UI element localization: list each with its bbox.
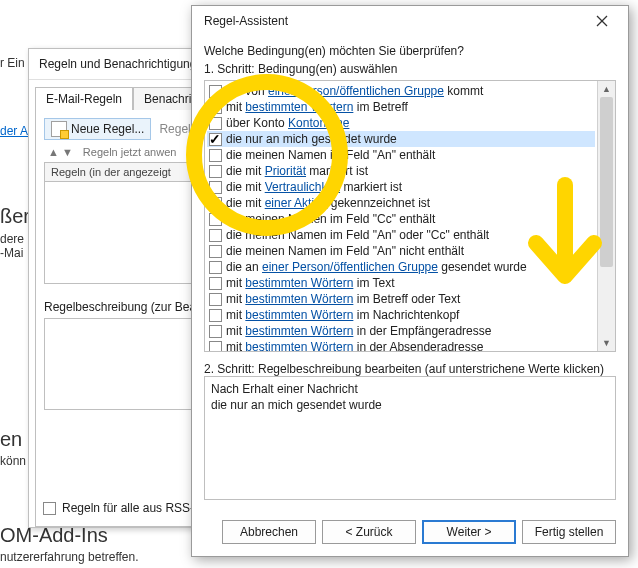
close-button[interactable]: [582, 7, 622, 35]
condition-label: mit bestimmten Wörtern in der Empfängera…: [226, 323, 491, 339]
wizard-title: Regel-Assistent: [204, 14, 288, 28]
wizard-step1-label: 1. Schritt: Bedingung(en) auswählen: [204, 62, 616, 76]
condition-item[interactable]: mit bestimmten Wörtern im Nachrichtenkop…: [207, 307, 595, 323]
bg-text: -Mai: [0, 246, 23, 260]
condition-item[interactable]: die mit Vertraulichkeit markiert ist: [207, 179, 595, 195]
condition-value-link[interactable]: einer Person/öffentlichen Gruppe: [262, 260, 438, 274]
condition-checkbox[interactable]: [209, 117, 222, 130]
wizard-question: Welche Bedingung(en) möchten Sie überprü…: [204, 44, 616, 58]
condition-value-link[interactable]: bestimmten Wörtern: [245, 324, 353, 338]
condition-label: die mit Priorität markiert ist: [226, 163, 368, 179]
condition-label: die mit Vertraulichkeit markiert ist: [226, 179, 402, 195]
condition-checkbox[interactable]: [209, 197, 222, 210]
tab-email-rules[interactable]: E-Mail-Regeln: [35, 87, 133, 110]
bg-link[interactable]: der A: [0, 124, 28, 138]
bg-text: r Ein: [0, 56, 25, 70]
condition-item[interactable]: die meinen Namen im Feld "Cc" enthält: [207, 211, 595, 227]
close-icon: [596, 15, 608, 27]
conditions-listbox: die von einer Person/öffentlichen Gruppe…: [204, 80, 616, 352]
condition-value-link[interactable]: bestimmten Wörtern: [245, 292, 353, 306]
scrollbar-thumb[interactable]: [600, 97, 613, 267]
condition-item[interactable]: mit bestimmten Wörtern im Text: [207, 275, 595, 291]
condition-checkbox[interactable]: [209, 293, 222, 306]
condition-checkbox[interactable]: [209, 181, 222, 194]
condition-item[interactable]: die mit einer Aktion gekennzeichnet ist: [207, 195, 595, 211]
wizard-step2-label: 2. Schritt: Regelbeschreibung bearbeiten…: [204, 362, 616, 376]
condition-checkbox[interactable]: [209, 309, 222, 322]
condition-value-link[interactable]: Kontoname: [288, 116, 349, 130]
condition-label: die mit einer Aktion gekennzeichnet ist: [226, 195, 430, 211]
scroll-up-icon: ▲: [598, 81, 615, 97]
bg-heading: ßer: [0, 205, 30, 228]
condition-checkbox[interactable]: [209, 341, 222, 352]
condition-label: mit bestimmten Wörtern im Nachrichtenkop…: [226, 307, 459, 323]
condition-value-link[interactable]: bestimmten Wörtern: [245, 308, 353, 322]
bg-text: dere: [0, 232, 24, 246]
apply-rules-now[interactable]: Regeln jetzt anwen: [83, 146, 177, 158]
new-rule-icon: [51, 121, 67, 137]
description-line: Nach Erhalt einer Nachricht: [211, 381, 609, 397]
condition-item[interactable]: die meinen Namen im Feld "An" enthält: [207, 147, 595, 163]
condition-checkbox[interactable]: [209, 101, 222, 114]
new-rule-label: Neue Regel...: [71, 122, 144, 136]
conditions-scrollbar[interactable]: ▲ ▼: [597, 81, 615, 351]
condition-checkbox[interactable]: [209, 85, 222, 98]
sort-arrows[interactable]: ▲ ▼: [48, 146, 73, 158]
condition-value-link[interactable]: einer Person/öffentlichen Gruppe: [268, 84, 444, 98]
condition-label: die meinen Namen im Feld "Cc" enthält: [226, 211, 435, 227]
condition-label: die meinen Namen im Feld "An" nicht enth…: [226, 243, 464, 259]
condition-label: über Konto Kontoname: [226, 115, 349, 131]
condition-checkbox[interactable]: [209, 149, 222, 162]
condition-item[interactable]: mit bestimmten Wörtern im Betreff: [207, 99, 595, 115]
condition-checkbox[interactable]: [209, 261, 222, 274]
condition-item[interactable]: die an einer Person/öffentlichen Gruppe …: [207, 259, 595, 275]
condition-value-link[interactable]: bestimmten Wörtern: [245, 340, 353, 351]
condition-label: die meinen Namen im Feld "An" oder "Cc" …: [226, 227, 489, 243]
description-line: die nur an mich gesendet wurde: [211, 397, 609, 413]
condition-item[interactable]: die mit Priorität markiert ist: [207, 163, 595, 179]
condition-label: mit bestimmten Wörtern im Text: [226, 275, 395, 291]
bg-text: nutzererfahrung betreffen.: [0, 550, 139, 564]
back-button[interactable]: < Zurück: [322, 520, 416, 544]
condition-checkbox[interactable]: [209, 133, 222, 146]
condition-checkbox[interactable]: [209, 277, 222, 290]
condition-label: die von einer Person/öffentlichen Gruppe…: [226, 83, 483, 99]
condition-label: die nur an mich gesendet wurde: [226, 131, 397, 147]
condition-label: die meinen Namen im Feld "An" enthält: [226, 147, 435, 163]
scroll-down-icon: ▼: [598, 335, 615, 351]
condition-checkbox[interactable]: [209, 213, 222, 226]
condition-checkbox[interactable]: [209, 325, 222, 338]
condition-item[interactable]: mit bestimmten Wörtern in der Absenderad…: [207, 339, 595, 351]
rss-checkbox[interactable]: [43, 502, 56, 515]
bg-heading: en: [0, 428, 22, 451]
condition-checkbox[interactable]: [209, 165, 222, 178]
condition-item[interactable]: die von einer Person/öffentlichen Gruppe…: [207, 83, 595, 99]
bg-text: könn: [0, 454, 26, 468]
condition-label: mit bestimmten Wörtern in der Absenderad…: [226, 339, 483, 351]
rule-wizard-dialog: Regel-Assistent Welche Bedingung(en) möc…: [191, 5, 629, 557]
condition-value-link[interactable]: bestimmten Wörtern: [245, 276, 353, 290]
condition-item[interactable]: über Konto Kontoname: [207, 115, 595, 131]
cancel-button[interactable]: Abbrechen: [222, 520, 316, 544]
condition-item[interactable]: die nur an mich gesendet wurde: [207, 131, 595, 147]
rss-label: Regeln für alle aus RSS-Fe: [62, 501, 208, 515]
condition-item[interactable]: mit bestimmten Wörtern in der Empfängera…: [207, 323, 595, 339]
condition-item[interactable]: die meinen Namen im Feld "An" nicht enth…: [207, 243, 595, 259]
condition-label: die an einer Person/öffentlichen Gruppe …: [226, 259, 527, 275]
condition-value-link[interactable]: einer Aktion: [265, 196, 328, 210]
next-button[interactable]: Weiter >: [422, 520, 516, 544]
condition-value-link[interactable]: bestimmten Wörtern: [245, 100, 353, 114]
condition-label: mit bestimmten Wörtern im Betreff oder T…: [226, 291, 460, 307]
new-rule-button[interactable]: Neue Regel...: [44, 118, 151, 140]
condition-value-link[interactable]: Vertraulichkeit: [265, 180, 340, 194]
finish-button[interactable]: Fertig stellen: [522, 520, 616, 544]
condition-label: mit bestimmten Wörtern im Betreff: [226, 99, 408, 115]
rule-description-editor[interactable]: Nach Erhalt einer Nachrichtdie nur an mi…: [204, 376, 616, 500]
condition-value-link[interactable]: Priorität: [265, 164, 306, 178]
condition-item[interactable]: die meinen Namen im Feld "An" oder "Cc" …: [207, 227, 595, 243]
condition-item[interactable]: mit bestimmten Wörtern im Betreff oder T…: [207, 291, 595, 307]
condition-checkbox[interactable]: [209, 245, 222, 258]
condition-checkbox[interactable]: [209, 229, 222, 242]
